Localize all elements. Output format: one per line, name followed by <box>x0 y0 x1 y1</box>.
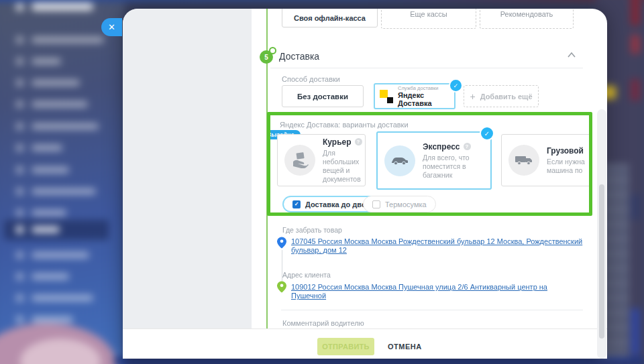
card-label: Рекомендовать <box>500 10 553 18</box>
button-label: Без доставки <box>297 93 348 101</box>
app-sidebar <box>0 0 125 364</box>
close-icon: ✕ <box>108 22 115 32</box>
variant-description: Для небольших вещей и документов <box>323 149 365 184</box>
toggle-label: Термосумка <box>385 200 427 208</box>
pickup-pin-icon <box>277 237 286 249</box>
comment-divider <box>281 310 583 310</box>
modal-scrollbar-thumb[interactable] <box>599 184 604 339</box>
card-own-offline-kassa[interactable]: Своя офлайн-касса <box>282 9 378 27</box>
variant-description: Для всего, что поместится в багажник <box>423 154 484 180</box>
section-divider <box>270 68 583 68</box>
help-icon[interactable]: ? <box>464 143 471 150</box>
variant-title: Экспресс <box>423 142 460 151</box>
modal-close-button[interactable]: ✕ <box>101 18 122 36</box>
variant-title: Грузовой <box>547 146 584 156</box>
button-label: Добавить ещё <box>480 93 533 101</box>
checkbox-unchecked-icon[interactable] <box>372 200 380 208</box>
pickup-label: Где забрать товар <box>282 226 342 234</box>
client-label: Адрес клиента <box>282 271 331 279</box>
variant-selected-check-icon: ✓ <box>480 126 494 141</box>
help-icon[interactable]: ? <box>355 138 362 145</box>
selected-check-icon: ✓ <box>449 78 463 93</box>
method-add-more-button[interactable]: + Добавить ещё <box>464 85 539 107</box>
method-label: Способ доставки <box>282 75 340 83</box>
modal-left-panel <box>123 9 252 328</box>
method-no-delivery-button[interactable]: Без доставки <box>282 85 364 107</box>
truck-icon <box>508 145 539 176</box>
card-label: Своя офлайн-касса <box>294 14 366 22</box>
step-status-dot <box>269 47 276 54</box>
service-name: Яндекс Доставка <box>398 91 454 107</box>
section-title: Доставка <box>279 51 319 62</box>
client-pin-icon <box>277 281 286 293</box>
top-bar <box>0 0 644 2</box>
plus-icon: + <box>470 91 475 102</box>
variant-description: Если нужна машина по <box>547 158 592 175</box>
service-caption: Служба доставки <box>398 85 454 91</box>
toggle-thermal-bag[interactable]: Термосумка <box>363 196 436 213</box>
card-label: Еще кассы <box>410 10 447 18</box>
variant-card-courier[interactable]: Курьер? Для небольших вещей и документов <box>277 134 366 186</box>
yandex-delivery-logo-icon <box>380 90 393 103</box>
card-more-kassa[interactable]: Еще кассы <box>381 9 476 29</box>
client-address-link[interactable]: 109012 Россия Москва Москва Пушечная ули… <box>291 283 584 300</box>
variant-card-cargo[interactable]: Грузовой Если нужна машина по <box>501 134 592 186</box>
pickup-address-link[interactable]: 107045 Россия Москва Москва Рождественск… <box>291 237 584 255</box>
screen: ✕ Своя офлайн-касса Еще кассы Рекомендов… <box>0 0 644 364</box>
submit-button[interactable]: ОТПРАВИТЬ <box>317 338 374 355</box>
car-icon <box>384 145 415 176</box>
delivery-modal: Своя офлайн-касса Еще кассы Рекомендоват… <box>123 9 607 359</box>
chevron-up-icon[interactable] <box>567 52 576 58</box>
hand-box-icon <box>284 145 315 176</box>
card-recommend[interactable]: Рекомендовать <box>480 9 574 29</box>
cancel-button[interactable]: ОТМЕНА <box>384 342 426 351</box>
variants-label: Яндекс Доставка: варианты доставки <box>280 121 409 129</box>
variant-title: Курьер <box>323 137 352 147</box>
checkbox-checked-icon[interactable]: ✓ <box>292 200 301 208</box>
variants-highlight-box: Яндекс Доставка: варианты доставки Выгод… <box>267 112 592 216</box>
method-yandex-delivery-card[interactable]: Служба доставки Яндекс Доставка <box>374 83 455 109</box>
variant-card-express[interactable]: Экспресс? Для всего, что поместится в ба… <box>376 131 492 190</box>
